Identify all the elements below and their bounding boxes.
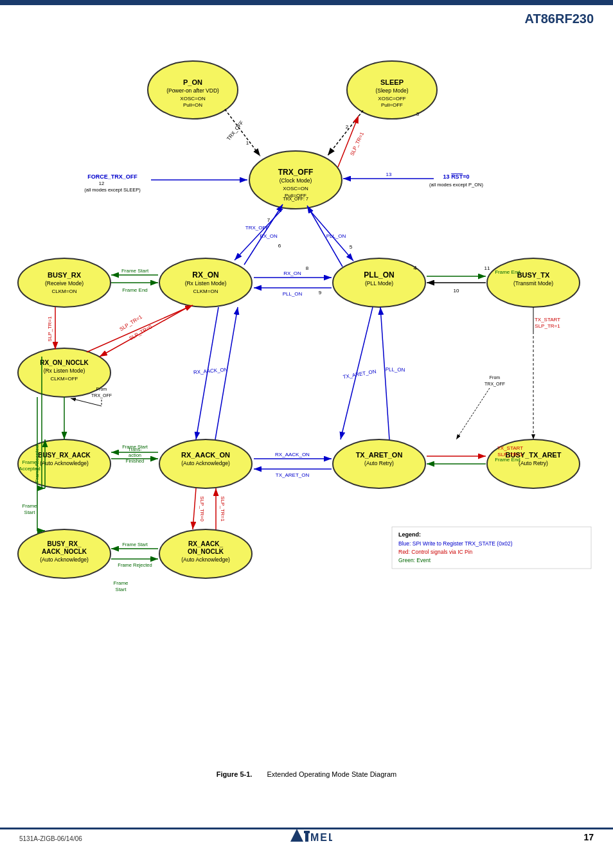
svg-text:11: 11	[484, 265, 490, 271]
svg-text:FORCE_TRX_OFF: FORCE_TRX_OFF	[87, 173, 138, 180]
state-diagram: P_ON (Power-on after VDD) XOSC=ON Pull=O…	[6, 32, 604, 610]
svg-text:From: From	[96, 387, 107, 391]
svg-text:Frame Rejected: Frame Rejected	[118, 562, 152, 568]
svg-text:RX_AACK_: RX_AACK_	[188, 540, 223, 547]
svg-text:PLL_ON: PLL_ON	[364, 270, 394, 279]
svg-text:Frame End: Frame End	[122, 287, 148, 293]
svg-text:(Auto Retry): (Auto Retry)	[364, 460, 394, 466]
svg-text:CLKM=ON: CLKM=ON	[52, 288, 77, 294]
svg-text:RX_AACK_ON: RX_AACK_ON	[181, 451, 230, 459]
svg-text:action: action	[129, 452, 141, 458]
svg-text:5: 5	[350, 244, 353, 250]
svg-text:ON_NOCLK: ON_NOCLK	[188, 548, 224, 555]
svg-text:P_ON: P_ON	[183, 78, 202, 86]
svg-text:Frame Start: Frame Start	[122, 542, 148, 547]
svg-text:TX_START: TX_START	[535, 317, 560, 323]
svg-text:(all modes except P_ON): (all modes except P_ON)	[429, 182, 483, 188]
svg-text:PLL_ON: PLL_ON	[283, 291, 303, 297]
svg-text:CLKM=ON: CLKM=ON	[193, 288, 218, 294]
svg-text:BUSY_TX: BUSY_TX	[517, 271, 550, 279]
svg-text:XOSC=OFF: XOSC=OFF	[378, 96, 405, 102]
svg-text:RX_ON: RX_ON	[192, 270, 218, 279]
svg-text:RX_AACK_ON: RX_AACK_ON	[275, 452, 310, 457]
svg-text:BUSY_RX_: BUSY_RX_	[48, 540, 82, 547]
svg-text:4: 4	[413, 265, 416, 271]
svg-text:Frame Start: Frame Start	[122, 444, 148, 450]
svg-text:XOSC=ON: XOSC=ON	[180, 96, 206, 102]
svg-text:TX_START: TX_START	[497, 445, 523, 451]
svg-text:Frame: Frame	[113, 580, 129, 586]
svg-text:(Receive Mode): (Receive Mode)	[45, 280, 84, 287]
svg-text:SLP_TR=1: SLP_TR=1	[47, 316, 53, 342]
svg-text:MEL: MEL	[310, 832, 332, 843]
svg-text:TRX_OFF: TRX_OFF	[91, 393, 112, 398]
svg-rect-124	[304, 831, 310, 833]
svg-text:Blue:   SPI Write to Register : Blue: SPI Write to Register TRX_STATE (0…	[398, 540, 513, 547]
svg-text:SLP_TR=1: SLP_TR=1	[349, 131, 365, 157]
svg-text:(Transmit Mode): (Transmit Mode)	[513, 280, 553, 287]
svg-text:TX_ARET_ON: TX_ARET_ON	[276, 472, 310, 478]
svg-text:(all modes except SLEEP): (all modes except SLEEP)	[84, 187, 141, 193]
svg-text:(Auto Acknowledge): (Auto Acknowledge)	[40, 556, 89, 563]
svg-text:PLL_ON: PLL_ON	[386, 366, 405, 373]
svg-text:TRX_OFF: TRX_OFF	[278, 168, 314, 177]
svg-text:Frame End: Frame End	[495, 457, 520, 463]
svg-text:Frame End: Frame End	[495, 269, 520, 275]
svg-text:(Rx Listen Mode): (Rx Listen Mode)	[185, 280, 227, 287]
svg-text:Frame Start: Frame Start	[121, 268, 149, 274]
svg-text:RX_AACK_ON: RX_AACK_ON	[193, 367, 229, 376]
svg-text:Pull=OFF: Pull=OFF	[381, 102, 403, 108]
svg-marker-122	[290, 829, 303, 842]
figure-caption: Figure 5-1. Extended Operating Mode Stat…	[217, 770, 396, 778]
svg-text:Frame: Frame	[22, 459, 37, 465]
footer-doc: 5131A-ZIGB-06/14/06	[19, 835, 82, 842]
svg-text:(PLL Mode): (PLL Mode)	[365, 280, 393, 287]
svg-text:8: 8	[306, 265, 309, 271]
svg-text:9: 9	[319, 290, 322, 296]
svg-text:XOSC=ON: XOSC=ON	[283, 186, 308, 191]
svg-text:PLL_ON: PLL_ON	[326, 233, 346, 239]
header-bar	[0, 0, 613, 5]
svg-text:Finished: Finished	[126, 458, 144, 464]
svg-text:Red:    Control signals via IC: Red: Control signals via IC Pin	[398, 549, 473, 555]
atmel-logo: MEL	[281, 826, 332, 849]
svg-text:BUSY_RX_AACK: BUSY_RX_AACK	[38, 452, 91, 459]
svg-text:TRX_OFF: TRX_OFF	[245, 225, 269, 231]
svg-text:SLP_TR=1: SLP_TR=1	[535, 323, 560, 329]
svg-text:TRX_OFF: TRX_OFF	[226, 120, 245, 141]
svg-text:(Clock Mode): (Clock Mode)	[280, 177, 312, 184]
svg-text:TX_ARET_ON: TX_ARET_ON	[356, 451, 403, 459]
svg-text:6: 6	[278, 243, 281, 249]
svg-text:TX_ARET_ON: TX_ARET_ON	[342, 369, 377, 380]
svg-text:TRX_OFF: 7: TRX_OFF: 7	[283, 197, 308, 202]
figure-label: Figure 5-1.	[217, 770, 253, 778]
svg-text:(Auto Acknowledge): (Auto Acknowledge)	[40, 460, 89, 466]
svg-text:13: 13	[386, 172, 392, 177]
svg-text:RX_ON: RX_ON	[283, 270, 301, 276]
svg-text:Start: Start	[116, 587, 127, 592]
svg-text:Start: Start	[24, 509, 36, 515]
svg-text:SLEEP: SLEEP	[380, 78, 404, 86]
svg-text:SLP_TR=1: SLP_TR=1	[220, 496, 226, 522]
svg-text:AACK_NOCLK: AACK_NOCLK	[42, 548, 87, 555]
svg-text:CLKM=OFF: CLKM=OFF	[51, 376, 78, 382]
svg-text:From: From	[490, 375, 501, 380]
svg-text:SLP_TR=1: SLP_TR=1	[497, 452, 523, 457]
svg-text:Legend:: Legend:	[398, 531, 421, 538]
svg-text:(Sleep Mode): (Sleep Mode)	[375, 87, 408, 94]
svg-text:1: 1	[246, 140, 249, 146]
svg-text:2: 2	[346, 124, 349, 130]
svg-text:(Power-on after VDD): (Power-on after VDD)	[166, 87, 219, 94]
svg-text:(Auto Acknowledge): (Auto Acknowledge)	[181, 460, 230, 466]
svg-text:SLP_TR=0: SLP_TR=0	[199, 496, 205, 522]
svg-text:Green: Event: Green: Event	[398, 557, 431, 563]
svg-text:(Rx Listen Mode): (Rx Listen Mode)	[44, 368, 85, 374]
page-title: AT86RF230	[525, 12, 594, 26]
svg-text:(Auto Acknowledge): (Auto Acknowledge)	[181, 556, 230, 563]
svg-text:13  RST=0: 13 RST=0	[443, 173, 470, 180]
svg-text:10: 10	[454, 288, 459, 294]
svg-text:3: 3	[416, 111, 420, 117]
svg-text:Pull=ON: Pull=ON	[183, 102, 202, 108]
svg-text:12: 12	[99, 181, 104, 186]
svg-text:(Auto Retry): (Auto Retry)	[519, 460, 548, 466]
